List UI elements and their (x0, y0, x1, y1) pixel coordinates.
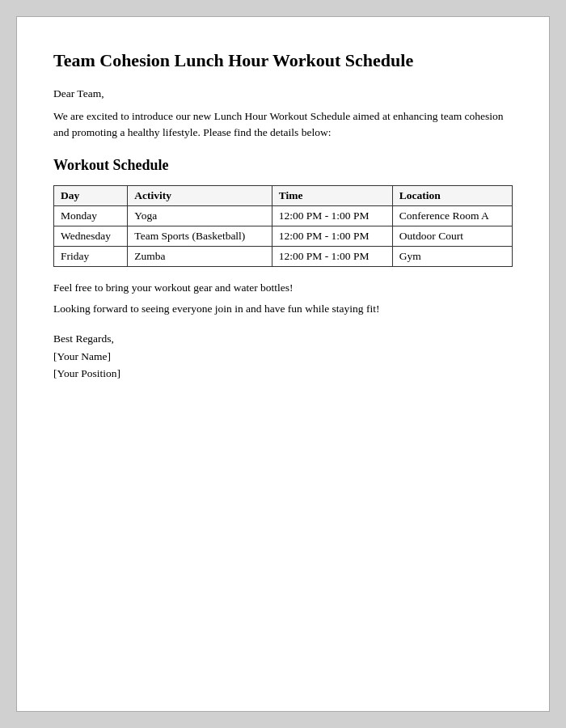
table-cell: Zumba (128, 247, 272, 267)
table-cell: Friday (54, 247, 128, 267)
table-cell: 12:00 PM - 1:00 PM (272, 206, 392, 226)
table-header-row: Day Activity Time Location (54, 186, 513, 206)
col-header-activity: Activity (128, 186, 272, 206)
document-page: Team Cohesion Lunch Hour Workout Schedul… (16, 16, 550, 712)
table-cell: Yoga (128, 206, 272, 226)
table-row: FridayZumba12:00 PM - 1:00 PMGym (54, 247, 513, 267)
salutation: Dear Team, (53, 87, 513, 100)
col-header-location: Location (392, 186, 512, 206)
table-cell: 12:00 PM - 1:00 PM (272, 226, 392, 247)
table-cell: Wednesday (54, 226, 128, 247)
sign-off-line3: [Your Position] (53, 365, 513, 383)
table-cell: Team Sports (Basketball) (128, 226, 272, 247)
col-header-time: Time (272, 186, 392, 206)
table-cell: Outdoor Court (392, 226, 512, 247)
sign-off-line2: [Your Name] (53, 348, 513, 366)
table-cell: 12:00 PM - 1:00 PM (272, 247, 392, 267)
table-cell: Gym (392, 247, 512, 267)
intro-paragraph: We are excited to introduce our new Lunc… (53, 108, 513, 142)
gear-note: Feel free to bring your workout gear and… (53, 281, 513, 294)
table-row: WednesdayTeam Sports (Basketball)12:00 P… (54, 226, 513, 247)
table-cell: Monday (54, 206, 128, 226)
section-title: Workout Schedule (53, 157, 513, 174)
col-header-day: Day (54, 186, 128, 206)
sign-off: Best Regards, [Your Name] [Your Position… (53, 330, 513, 383)
table-row: MondayYoga12:00 PM - 1:00 PMConference R… (54, 206, 513, 226)
page-title: Team Cohesion Lunch Hour Workout Schedul… (53, 49, 513, 73)
table-cell: Conference Room A (392, 206, 512, 226)
sign-off-line1: Best Regards, (53, 330, 513, 348)
forward-note: Looking forward to seeing everyone join … (53, 303, 513, 315)
schedule-table: Day Activity Time Location MondayYoga12:… (53, 185, 513, 267)
